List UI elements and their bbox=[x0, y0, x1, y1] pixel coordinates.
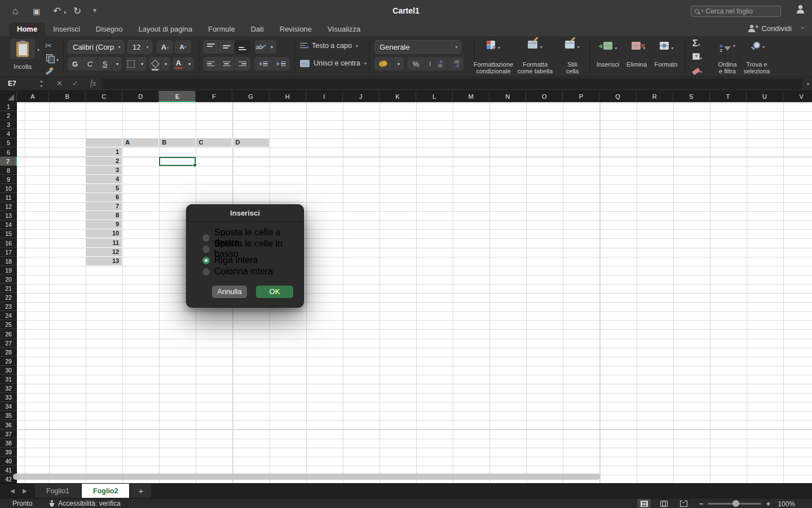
column-header-t[interactable]: T bbox=[710, 91, 747, 102]
accessibility-status[interactable]: Accessibilità: verifica bbox=[48, 500, 121, 507]
row-header-14[interactable]: 14 bbox=[0, 220, 17, 229]
row-header-16[interactable]: 16 bbox=[0, 239, 17, 248]
horizontal-scrollbar[interactable] bbox=[13, 474, 601, 480]
underline-button[interactable]: S bbox=[98, 57, 113, 71]
currency-button[interactable]: ▾ bbox=[374, 57, 404, 71]
option-colonna-intera[interactable]: Colonna intera bbox=[202, 266, 298, 277]
row-header-34[interactable]: 34 bbox=[0, 402, 17, 411]
percent-button[interactable]: % bbox=[407, 57, 425, 71]
radio-selected-icon[interactable] bbox=[202, 257, 210, 264]
tab-disegno[interactable]: Disegno bbox=[88, 23, 131, 36]
zoom-out-icon[interactable]: − bbox=[699, 500, 704, 508]
tab-revisione[interactable]: Revisione bbox=[272, 23, 320, 36]
borders-button[interactable]: ▾ bbox=[125, 57, 147, 71]
radio-icon[interactable] bbox=[202, 246, 210, 253]
fill-color-dropdown-icon[interactable]: ▾ bbox=[161, 57, 170, 71]
confirm-entry-icon[interactable]: ✓ bbox=[72, 79, 78, 87]
bold-button[interactable]: G bbox=[68, 57, 83, 71]
insert-cells-dropdown-icon[interactable]: ▾ bbox=[615, 46, 617, 51]
row-header-12[interactable]: 12 bbox=[0, 202, 17, 211]
row-header-6[interactable]: 6 bbox=[0, 148, 17, 157]
align-left-button[interactable] bbox=[203, 57, 219, 71]
currency-dropdown-icon[interactable]: ▾ bbox=[394, 57, 404, 71]
shrink-font-button[interactable]: A▾ bbox=[175, 40, 191, 54]
orientation-dropdown-icon[interactable]: ▾ bbox=[267, 40, 276, 54]
tab-dati[interactable]: Dati bbox=[243, 23, 272, 36]
format-cells-dropdown-icon[interactable]: ▾ bbox=[671, 46, 673, 51]
column-header-o[interactable]: O bbox=[526, 91, 563, 102]
tab-home[interactable]: Home bbox=[9, 23, 45, 36]
format-cells-button[interactable]: ▾ bbox=[655, 42, 678, 52]
next-sheet-icon[interactable]: ▶ bbox=[23, 488, 27, 494]
insert-cells-button[interactable]: ▾ bbox=[599, 42, 621, 52]
column-header-h[interactable]: H bbox=[270, 91, 306, 102]
conditional-formatting-button[interactable]: ▾ bbox=[480, 41, 506, 51]
row-header-27[interactable]: 27 bbox=[0, 339, 17, 348]
row-header-7[interactable]: 7 bbox=[0, 157, 17, 166]
copy-icon[interactable] bbox=[46, 54, 54, 62]
merge-center-dropdown-icon[interactable]: ▾ bbox=[364, 61, 367, 66]
row-header-15[interactable]: 15 bbox=[0, 229, 17, 238]
row-header-26[interactable]: 26 bbox=[0, 330, 17, 339]
column-header-m[interactable]: M bbox=[453, 91, 489, 102]
selected-cell-outline[interactable] bbox=[159, 157, 196, 166]
row-header-2[interactable]: 2 bbox=[0, 111, 17, 120]
column-header-f[interactable]: F bbox=[196, 91, 232, 102]
name-box-spinner[interactable]: ▲▼ bbox=[39, 78, 43, 89]
cut-icon[interactable]: ✂ bbox=[45, 41, 52, 51]
row-header-13[interactable]: 13 bbox=[0, 211, 17, 220]
tab-formule[interactable]: Formule bbox=[200, 23, 243, 36]
fill-color-button[interactable]: ▾ bbox=[149, 57, 170, 71]
select-all-corner[interactable] bbox=[0, 91, 17, 102]
row-header-38[interactable]: 38 bbox=[0, 439, 17, 448]
row-header-18[interactable]: 18 bbox=[0, 257, 17, 266]
column-header-i[interactable]: I bbox=[306, 91, 343, 102]
row-header-29[interactable]: 29 bbox=[0, 357, 17, 366]
row-header-23[interactable]: 23 bbox=[0, 302, 17, 311]
cancel-button[interactable]: Annulla bbox=[212, 286, 247, 298]
zoom-slider[interactable] bbox=[708, 503, 761, 505]
row-header-10[interactable]: 10 bbox=[0, 184, 17, 193]
underline-dropdown-icon[interactable]: ▾ bbox=[113, 57, 122, 71]
decrease-indent-button[interactable] bbox=[255, 57, 272, 71]
align-right-button[interactable] bbox=[235, 57, 250, 71]
row-header-1[interactable]: 1 bbox=[0, 102, 17, 111]
font-color-dropdown-icon[interactable]: ▾ bbox=[185, 57, 194, 71]
merge-center-button[interactable]: Unisci e centra ▾ bbox=[300, 59, 367, 67]
prev-sheet-icon[interactable]: ◀ bbox=[10, 488, 15, 494]
align-bottom-button[interactable] bbox=[235, 40, 250, 54]
row-header-4[interactable]: 4 bbox=[0, 129, 17, 138]
align-middle-button[interactable] bbox=[219, 40, 235, 54]
row-header-9[interactable]: 9 bbox=[0, 175, 17, 184]
conditional-formatting-dropdown-icon[interactable]: ▾ bbox=[498, 45, 500, 50]
row-header-3[interactable]: 3 bbox=[0, 120, 17, 129]
radio-icon[interactable] bbox=[202, 268, 210, 275]
align-top-button[interactable] bbox=[203, 40, 219, 54]
page-break-view-button[interactable] bbox=[677, 499, 690, 508]
account-button[interactable] bbox=[796, 5, 807, 16]
tab-layout-di-pagina[interactable]: Layout di pagina bbox=[131, 23, 200, 36]
delete-cells-button[interactable]: ✕ ▾ bbox=[627, 42, 650, 52]
grow-font-button[interactable]: A▴ bbox=[157, 40, 173, 54]
column-header-q[interactable]: Q bbox=[600, 91, 637, 102]
find-select-button[interactable]: ▾ bbox=[747, 41, 771, 51]
row-header-8[interactable]: 8 bbox=[0, 166, 17, 175]
column-header-e[interactable]: E bbox=[159, 91, 196, 102]
autosum-dropdown-icon[interactable]: ▾ bbox=[698, 42, 700, 47]
italic-button[interactable]: C bbox=[83, 57, 98, 71]
wrap-text-dropdown-icon[interactable]: ▾ bbox=[356, 43, 358, 49]
row-header-20[interactable]: 20 bbox=[0, 275, 17, 284]
increase-indent-button[interactable] bbox=[272, 57, 290, 71]
cells-area[interactable] bbox=[17, 102, 812, 483]
fill-button[interactable]: ▾ bbox=[692, 52, 702, 62]
row-header-22[interactable]: 22 bbox=[0, 293, 17, 302]
borders-dropdown-icon[interactable]: ▾ bbox=[138, 57, 147, 71]
column-header-g[interactable]: G bbox=[233, 91, 270, 102]
format-painter-icon[interactable] bbox=[45, 67, 53, 75]
cancel-entry-icon[interactable]: ✕ bbox=[56, 79, 63, 87]
column-header-l[interactable]: L bbox=[416, 91, 453, 102]
insert-function-icon[interactable]: fx bbox=[90, 79, 96, 88]
row-header-19[interactable]: 19 bbox=[0, 266, 17, 275]
row-header-32[interactable]: 32 bbox=[0, 384, 17, 393]
column-header-r[interactable]: R bbox=[637, 91, 673, 102]
